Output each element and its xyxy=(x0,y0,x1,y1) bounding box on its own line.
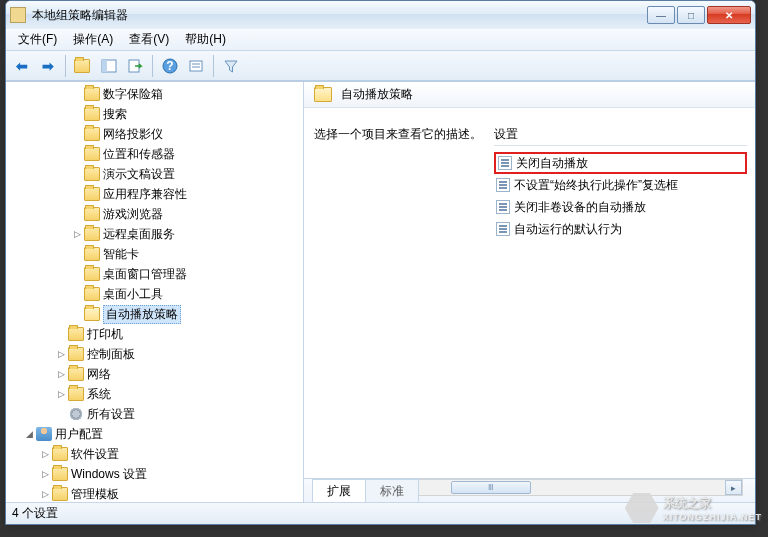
gear-icon xyxy=(68,407,84,421)
tree-item-label: 打印机 xyxy=(87,326,123,343)
tree-item-label: 桌面窗口管理器 xyxy=(103,266,187,283)
menu-view[interactable]: 查看(V) xyxy=(121,28,177,51)
tree-item-label: 应用程序兼容性 xyxy=(103,186,187,203)
toolbar-separator xyxy=(65,55,66,77)
toolbar-separator xyxy=(152,55,153,77)
forward-button[interactable]: ➡ xyxy=(36,54,60,78)
settings-header[interactable]: 设置 xyxy=(494,126,747,146)
tree-pane[interactable]: 数字保险箱搜索网络投影仪位置和传感器演示文稿设置应用程序兼容性游戏浏览器▷远程桌… xyxy=(6,82,304,502)
toolbar-separator xyxy=(213,55,214,77)
description-column: 选择一个项目来查看它的描述。 xyxy=(314,126,494,474)
close-button[interactable]: ✕ xyxy=(707,6,751,24)
toolbar: ⬅ ➡ ? xyxy=(6,51,755,81)
setting-item[interactable]: 自动运行的默认行为 xyxy=(494,218,747,240)
expander-icon[interactable]: ▷ xyxy=(54,349,68,359)
maximize-button[interactable]: □ xyxy=(677,6,705,24)
expander-icon[interactable]: ▷ xyxy=(38,489,52,499)
expander-icon[interactable]: ▷ xyxy=(54,389,68,399)
statusbar: 4 个设置 xyxy=(6,502,755,524)
app-window: 本地组策略编辑器 ― □ ✕ 文件(F) 操作(A) 查看(V) 帮助(H) ⬅… xyxy=(5,0,756,525)
menubar: 文件(F) 操作(A) 查看(V) 帮助(H) xyxy=(6,29,755,51)
svg-text:?: ? xyxy=(166,59,173,73)
tree-item-system[interactable]: ▷系统 xyxy=(6,384,303,404)
tree-item-label: 游戏浏览器 xyxy=(103,206,163,223)
properties-button[interactable] xyxy=(184,54,208,78)
tree-item-3[interactable]: 位置和传感器 xyxy=(6,144,303,164)
expander-icon[interactable]: ▷ xyxy=(70,229,84,239)
policy-icon xyxy=(498,156,512,170)
tree-item-6[interactable]: 游戏浏览器 xyxy=(6,204,303,224)
settings-column: 设置 关闭自动播放不设置“始终执行此操作”复选框关闭非卷设备的自动播放自动运行的… xyxy=(494,126,747,474)
tree-item-label: 远程桌面服务 xyxy=(103,226,175,243)
svg-rect-5 xyxy=(190,61,202,71)
scroll-right-button[interactable]: ▸ xyxy=(725,480,742,495)
folder-icon xyxy=(68,347,84,361)
tree-item-controlpanel[interactable]: ▷控制面板 xyxy=(6,344,303,364)
expander-icon[interactable]: ▷ xyxy=(38,469,52,479)
setting-label: 关闭自动播放 xyxy=(516,155,588,172)
folder-icon xyxy=(68,327,84,341)
menu-action[interactable]: 操作(A) xyxy=(65,28,121,51)
up-button[interactable] xyxy=(71,54,95,78)
user-icon xyxy=(36,427,52,441)
details-header: 自动播放策略 xyxy=(304,82,755,108)
tree-item-2[interactable]: 网络投影仪 xyxy=(6,124,303,144)
folder-icon xyxy=(84,87,100,101)
tree-item-label: 桌面小工具 xyxy=(103,286,163,303)
tree-item-label: 用户配置 xyxy=(55,426,103,443)
tree-item-printer[interactable]: 打印机 xyxy=(6,324,303,344)
expander-icon[interactable]: ◢ xyxy=(22,429,36,439)
content-area: 数字保险箱搜索网络投影仪位置和传感器演示文稿设置应用程序兼容性游戏浏览器▷远程桌… xyxy=(6,81,755,502)
window-title: 本地组策略编辑器 xyxy=(32,7,647,24)
expander-icon[interactable]: ▷ xyxy=(38,449,52,459)
window-buttons: ― □ ✕ xyxy=(647,6,751,24)
tree-item-9[interactable]: 桌面窗口管理器 xyxy=(6,264,303,284)
tab-extended[interactable]: 扩展 xyxy=(312,479,366,502)
tree-item-label: 智能卡 xyxy=(103,246,139,263)
tree-item-userconfig[interactable]: ◢用户配置 xyxy=(6,424,303,444)
tree-item-allsettings[interactable]: 所有设置 xyxy=(6,404,303,424)
folder-open-icon xyxy=(314,87,332,102)
tree-item-11[interactable]: 自动播放策略 xyxy=(6,304,303,324)
details-body: 选择一个项目来查看它的描述。 设置 关闭自动播放不设置“始终执行此操作”复选框关… xyxy=(304,108,755,478)
tree-item-10[interactable]: 桌面小工具 xyxy=(6,284,303,304)
folder-icon xyxy=(52,487,68,501)
tree-item-8[interactable]: 智能卡 xyxy=(6,244,303,264)
menu-help[interactable]: 帮助(H) xyxy=(177,28,234,51)
tree-item-network[interactable]: ▷网络 xyxy=(6,364,303,384)
folder-icon xyxy=(84,227,100,241)
scroll-thumb[interactable]: Ⅲ xyxy=(451,481,531,494)
setting-item[interactable]: 不设置“始终执行此操作”复选框 xyxy=(494,174,747,196)
tree-item-7[interactable]: ▷远程桌面服务 xyxy=(6,224,303,244)
export-button[interactable] xyxy=(123,54,147,78)
tree-item-1[interactable]: 搜索 xyxy=(6,104,303,124)
folder-icon xyxy=(84,107,100,121)
folder-icon xyxy=(84,147,100,161)
titlebar[interactable]: 本地组策略编辑器 ― □ ✕ xyxy=(6,1,755,29)
setting-label: 不设置“始终执行此操作”复选框 xyxy=(514,177,678,194)
show-hide-tree-button[interactable] xyxy=(97,54,121,78)
minimize-button[interactable]: ― xyxy=(647,6,675,24)
filter-button[interactable] xyxy=(219,54,243,78)
tree-item-label: 位置和传感器 xyxy=(103,146,175,163)
tab-standard[interactable]: 标准 xyxy=(365,479,419,502)
tree-item-0[interactable]: 数字保险箱 xyxy=(6,84,303,104)
setting-item[interactable]: 关闭自动播放 xyxy=(494,152,747,174)
tree-item-5[interactable]: 应用程序兼容性 xyxy=(6,184,303,204)
tree-item-label: 网络 xyxy=(87,366,111,383)
tree-item-4[interactable]: 演示文稿设置 xyxy=(6,164,303,184)
setting-item[interactable]: 关闭非卷设备的自动播放 xyxy=(494,196,747,218)
tree-item-softsettings[interactable]: ▷软件设置 xyxy=(6,444,303,464)
expander-icon[interactable]: ▷ xyxy=(54,369,68,379)
menu-file[interactable]: 文件(F) xyxy=(10,28,65,51)
folder-icon xyxy=(52,447,68,461)
tree-item-admtemplates[interactable]: ▷管理模板 xyxy=(6,484,303,502)
tree-item-winsettings[interactable]: ▷Windows 设置 xyxy=(6,464,303,484)
tree-item-label: 控制面板 xyxy=(87,346,135,363)
folder-icon xyxy=(84,167,100,181)
back-button[interactable]: ⬅ xyxy=(10,54,34,78)
help-button[interactable]: ? xyxy=(158,54,182,78)
tree-item-label: 数字保险箱 xyxy=(103,86,163,103)
folder-icon xyxy=(84,187,100,201)
folder-icon xyxy=(68,367,84,381)
